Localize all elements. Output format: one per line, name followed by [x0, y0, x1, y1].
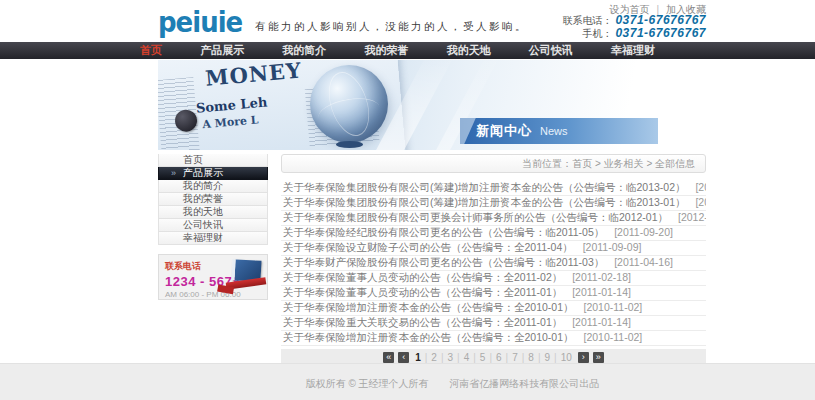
chevron-right-icon: [171, 167, 176, 179]
news-item[interactable]: 关于华泰保险董事人员变动的公告（公告编号：全2011-01） [2011-01-…: [281, 286, 706, 301]
news-item-date: [2013-12-17]: [695, 181, 706, 193]
news-item-title: 关于华泰保险集团股份有限公司更换会计师事务所的公告（公告编号：临2012-01）: [283, 211, 668, 223]
sidebar-item[interactable]: 首页: [158, 154, 268, 167]
page-number[interactable]: 9: [534, 352, 550, 363]
sidebar-item-label: 公司快讯: [183, 219, 223, 230]
phone-card-hours: AM 06:00 - PM 06:00: [165, 290, 261, 299]
news-item-title: 关于华泰保险增加注册资本金的公告（公告编号：全2010-01）: [283, 331, 574, 343]
page-number[interactable]: 6: [485, 352, 501, 363]
site-tagline: 有能力的人影响别人，没能力的人，受人影响。: [255, 20, 528, 34]
news-item-date: [2011-02-18]: [572, 271, 631, 283]
section-title: 新闻中心: [476, 122, 532, 140]
sidebar-item[interactable]: 公司快讯: [158, 219, 268, 232]
news-item-date: [2012-04-09]: [678, 211, 706, 223]
banner: MONEY Some Leh A More L 新闻中心 News: [158, 60, 706, 150]
nav-item[interactable]: 我的荣誉: [364, 43, 408, 58]
nav-item[interactable]: 我的简介: [282, 43, 326, 58]
news-list: 关于华泰保险集团股份有限公司(筹建)增加注册资本金的公告（公告编号：临2013-…: [281, 181, 706, 346]
sidebar-item[interactable]: 我的荣誉: [158, 193, 268, 206]
top-bar: peiuie 有能力的人影响别人，没能力的人，受人影响。 设为首页加入收藏 联系…: [0, 0, 815, 42]
footer: 版权所有 © 王经理个人所有 河南省亿播网络科技有限公司出品: [0, 363, 815, 400]
nav-item[interactable]: 首页: [140, 43, 162, 58]
page-body: MONEY Some Leh A More L 新闻中心 News 首页 产品展…: [158, 60, 706, 365]
mobile-label: 手机：: [582, 28, 612, 39]
sidebar-item-label: 我的荣誉: [183, 193, 223, 204]
sidebar-item[interactable]: 产品展示: [158, 167, 268, 180]
page-number[interactable]: 5: [469, 352, 485, 363]
nav-item[interactable]: 公司快讯: [529, 43, 573, 58]
news-item[interactable]: 关于华泰保险重大关联交易的公告（公告编号：全2011-01） [2011-01-…: [281, 316, 706, 331]
newspaper-headline: A More L: [202, 113, 259, 131]
page-number[interactable]: 3: [437, 352, 453, 363]
newspaper-masthead: MONEY: [204, 60, 303, 91]
footer-copyright: 版权所有 © 王经理个人所有: [306, 378, 429, 389]
news-item-title: 关于华泰保险董事人员变动的公告（公告编号：全2011-01）: [283, 286, 562, 298]
sidebar: 首页 产品展示 我的简介 我的荣誉 我的天地: [158, 154, 268, 365]
nav-item[interactable]: 产品展示: [200, 43, 244, 58]
content-area: 首页 产品展示 我的简介 我的荣誉 我的天地: [158, 154, 706, 365]
main-column: 当前位置：首页 > 业务相关 > 全部信息 关于华泰保险集团股份有限公司(筹建)…: [281, 154, 706, 365]
page-numbers: 12345678910: [415, 352, 572, 363]
globe-stand: [336, 141, 363, 148]
top-bar-inner: peiuie 有能力的人影响别人，没能力的人，受人影响。 设为首页加入收藏 联系…: [158, 0, 706, 42]
news-item-date: [2011-09-20]: [614, 226, 673, 238]
news-item-title: 关于华泰保险经纪股份有限公司更名的公告（公告编号：临2011-05）: [283, 226, 604, 238]
site-logo[interactable]: peiuie: [158, 6, 242, 38]
breadcrumb-path: 首页 > 业务相关 > 全部信息: [572, 158, 695, 169]
news-item-date: [2011-09-09]: [583, 241, 642, 253]
news-item[interactable]: 关于华泰保险集团股份有限公司更换会计师事务所的公告（公告编号：临2012-01）…: [281, 211, 706, 226]
sidebar-item-label: 我的简介: [183, 180, 223, 191]
sidebar-item-label: 幸福理财: [183, 232, 223, 243]
sidebar-item[interactable]: 幸福理财: [158, 232, 268, 245]
news-item[interactable]: 关于华泰保险增加注册资本金的公告（公告编号：全2010-01） [2010-11…: [281, 301, 706, 316]
sidebar-item[interactable]: 我的简介: [158, 180, 268, 193]
page-number[interactable]: 10: [550, 352, 572, 363]
phone-label: 联系电话：: [562, 15, 612, 26]
news-item-title: 关于华泰财产保险股份有限公司更名的公告（公告编号：临2011-03）: [283, 256, 604, 268]
breadcrumb-label: 当前位置：: [522, 158, 572, 169]
contact-info: 联系电话：0371-67676767 手机：0371-67676767: [562, 14, 706, 40]
news-item-title: 关于华泰保险设立财险子公司的公告（公告编号：全2011-04）: [283, 241, 573, 253]
page-number[interactable]: 7: [502, 352, 518, 363]
news-item[interactable]: 关于华泰保险集团股份有限公司(筹建)增加注册资本金的公告（公告编号：临2013-…: [281, 196, 706, 211]
news-item-date: [2010-11-02]: [583, 301, 642, 313]
sidebar-item-label: 我的天地: [183, 206, 223, 217]
news-item-title: 关于华泰保险董事人员变动的公告（公告编号：全2011-02）: [283, 271, 562, 283]
news-item-title: 关于华泰保险集团股份有限公司(筹建)增加注册资本金的公告（公告编号：临2013-…: [283, 196, 686, 208]
news-item[interactable]: 关于华泰保险董事人员变动的公告（公告编号：全2011-02） [2011-02-…: [281, 271, 706, 286]
news-item[interactable]: 关于华泰保险增加注册资本金的公告（公告编号：全2010-01） [2010-11…: [281, 331, 706, 346]
news-item-date: [2011-01-14]: [572, 316, 631, 328]
sidebar-item[interactable]: 我的天地: [158, 206, 268, 219]
news-item-title: 关于华泰保险增加注册资本金的公告（公告编号：全2010-01）: [283, 301, 574, 313]
footer-credit: 河南省亿播网络科技有限公司出品: [449, 378, 599, 389]
section-title-en: News: [540, 125, 568, 137]
prev-page-button[interactable]: ‹: [398, 352, 409, 363]
news-item[interactable]: 关于华泰保险集团股份有限公司(筹建)增加注册资本金的公告（公告编号：临2013-…: [281, 181, 706, 196]
page-number[interactable]: 2: [421, 352, 437, 363]
contact-mobile-row: 手机：0371-67676767: [562, 27, 706, 40]
mobile-number: 0371-67676767: [615, 26, 706, 40]
main-nav-items: 首页产品展示我的简介我的荣誉我的天地公司快讯幸福理财: [140, 42, 655, 59]
sidebar-item-label: 首页: [183, 154, 203, 165]
next-page-button[interactable]: ›: [578, 352, 589, 363]
last-page-button[interactable]: »: [593, 352, 604, 363]
service-phone-card: 联系电话 1234 - 5678 AM 06:00 - PM 06:00: [158, 254, 268, 300]
news-item-title: 关于华泰保险集团股份有限公司(筹建)增加注册资本金的公告（公告编号：临2013-…: [283, 181, 686, 193]
page-root: { "header": { "logo": "peiuie", "tagline…: [0, 0, 815, 400]
main-nav: 首页产品展示我的简介我的荣誉我的天地公司快讯幸福理财: [0, 42, 815, 59]
globe-icon: [310, 65, 388, 143]
nav-item[interactable]: 幸福理财: [611, 43, 655, 58]
news-item-title: 关于华泰保险重大关联交易的公告（公告编号：全2011-01）: [283, 316, 562, 328]
section-title-bar: 新闻中心 News: [460, 118, 658, 144]
news-item[interactable]: 关于华泰保险设立财险子公司的公告（公告编号：全2011-04） [2011-09…: [281, 241, 706, 256]
breadcrumb: 当前位置：首页 > 业务相关 > 全部信息: [281, 154, 706, 173]
page-number[interactable]: 8: [518, 352, 534, 363]
phone-number: 0371-67676767: [615, 13, 706, 27]
news-item[interactable]: 关于华泰财产保险股份有限公司更名的公告（公告编号：临2011-03） [2011…: [281, 256, 706, 271]
page-number[interactable]: 4: [453, 352, 469, 363]
news-item-date: [2010-11-02]: [583, 331, 642, 343]
first-page-button[interactable]: «: [383, 352, 394, 363]
nav-item[interactable]: 我的天地: [447, 43, 491, 58]
news-item-date: [2011-01-14]: [572, 286, 631, 298]
news-item[interactable]: 关于华泰保险经纪股份有限公司更名的公告（公告编号：临2011-05） [2011…: [281, 226, 706, 241]
